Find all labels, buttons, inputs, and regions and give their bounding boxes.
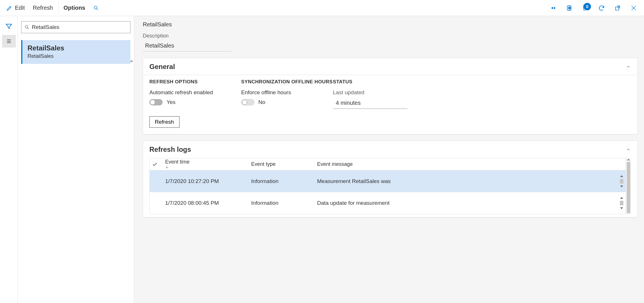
refresh-button[interactable]: Refresh <box>149 116 179 128</box>
chevron-up-icon <box>625 147 631 152</box>
row-type: Information <box>249 200 315 206</box>
search-icon <box>93 5 99 11</box>
refresh-logs-title: Refresh logs <box>149 145 191 154</box>
page-title: RetailSales <box>143 21 638 28</box>
pencil-icon <box>6 5 13 11</box>
list-view-button[interactable] <box>2 35 16 48</box>
row-time: 1/7/2020 08:00:45 PM <box>163 200 249 206</box>
refresh-command[interactable]: Refresh <box>29 0 57 16</box>
office-icon[interactable] <box>565 3 574 13</box>
enforce-offline-toggle[interactable] <box>241 99 254 105</box>
options-command[interactable]: Options <box>60 0 89 16</box>
logs-table-header: Event time Event type Event message <box>150 158 626 170</box>
svg-rect-1 <box>568 7 570 9</box>
left-rail <box>0 16 18 303</box>
auto-refresh-toggle[interactable] <box>149 99 163 105</box>
auto-refresh-label: Automatic refresh enabled <box>149 89 241 96</box>
filter-button[interactable] <box>2 20 16 33</box>
svg-point-3 <box>25 25 28 28</box>
row-type: Information <box>249 178 315 184</box>
auto-refresh-value: Yes <box>167 99 175 105</box>
row-message: Measurement RetailSales was <box>315 177 618 185</box>
table-row[interactable]: 1/7/2020 10:27:20 PM Information Measure… <box>150 170 626 192</box>
list-scroll-up-icon[interactable] <box>130 59 133 63</box>
table-row[interactable]: 1/7/2020 08:00:45 PM Information Data up… <box>150 192 626 214</box>
logs-scrollbar[interactable] <box>626 158 631 214</box>
row-scroll[interactable] <box>618 195 626 211</box>
edit-button[interactable]: Edit <box>2 0 29 16</box>
popout-icon[interactable] <box>613 3 622 13</box>
status-header: STATUS <box>333 79 407 85</box>
description-value[interactable]: RetailSales <box>143 41 232 52</box>
general-card-header[interactable]: General <box>143 58 637 75</box>
sync-hours-header: SYNCHRONIZATION OFFLINE HOURS <box>241 79 333 85</box>
general-card: General REFRESH OPTIONS Automatic refres… <box>143 58 638 134</box>
link-icon[interactable] <box>549 3 558 13</box>
refresh-logs-card: Refresh logs Event time <box>143 141 638 217</box>
search-icon <box>24 25 30 30</box>
search-command[interactable] <box>89 0 103 16</box>
col-event-message[interactable]: Event message <box>315 161 618 167</box>
search-input[interactable] <box>32 24 127 30</box>
row-time: 1/7/2020 10:27:20 PM <box>163 178 249 184</box>
attachments-icon[interactable]: 0 <box>581 3 590 13</box>
list-item-title: RetailSales <box>28 44 125 52</box>
description-label: Description <box>143 33 638 39</box>
reload-icon[interactable] <box>597 3 606 13</box>
col-event-time[interactable]: Event time <box>163 159 249 170</box>
close-icon[interactable] <box>629 3 638 13</box>
sort-down-icon <box>165 165 247 170</box>
svg-point-0 <box>94 6 97 9</box>
options-label: Options <box>64 5 85 11</box>
chevron-up-icon <box>625 65 631 69</box>
command-bar: Edit Refresh Options 0 <box>0 0 644 16</box>
detail-pane: RetailSales Description RetailSales Gene… <box>134 16 644 303</box>
refresh-logs-header[interactable]: Refresh logs <box>143 141 637 158</box>
enforce-offline-label: Enforce offline hours <box>241 89 333 96</box>
search-box[interactable] <box>21 21 130 33</box>
logs-table: Event time Event type Event message <box>149 158 626 214</box>
enforce-offline-value: No <box>258 99 265 105</box>
attachments-badge: 0 <box>583 3 591 10</box>
edit-label: Edit <box>15 5 25 11</box>
right-action-icons: 0 <box>549 3 642 13</box>
row-scroll[interactable] <box>618 173 626 189</box>
general-title: General <box>149 63 175 71</box>
last-updated-value[interactable]: 4 minutes <box>333 99 407 109</box>
list-pane: RetailSales RetailSales <box>18 16 134 303</box>
col-event-type[interactable]: Event type <box>249 161 315 167</box>
list-item-sub: RetailSales <box>28 53 125 59</box>
command-divider <box>58 2 58 14</box>
last-updated-label: Last updated <box>333 89 407 96</box>
refresh-label: Refresh <box>33 5 53 11</box>
row-message: Data update for measurement <box>315 199 618 207</box>
select-all-column[interactable] <box>150 162 163 167</box>
refresh-options-header: REFRESH OPTIONS <box>149 79 241 85</box>
list-item[interactable]: RetailSales RetailSales <box>21 40 130 64</box>
